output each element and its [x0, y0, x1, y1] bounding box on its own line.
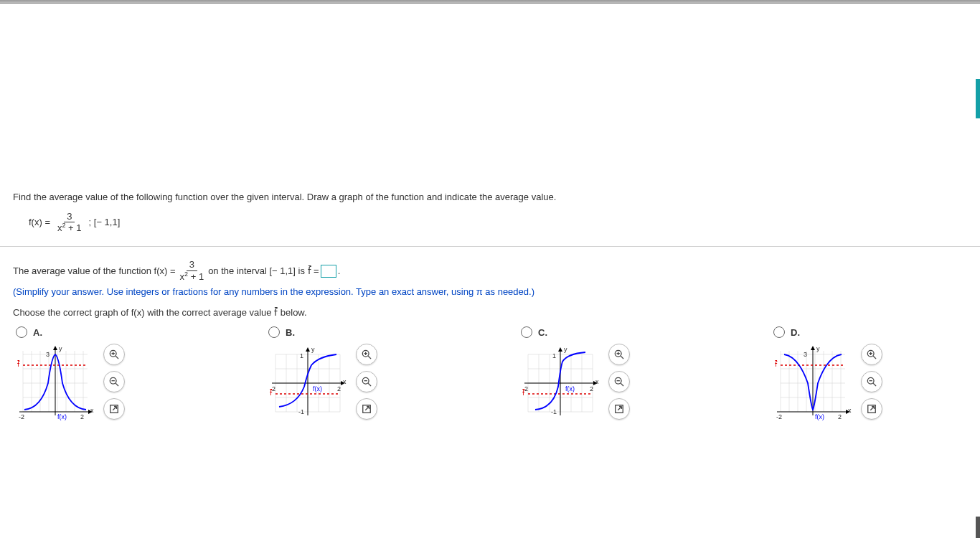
choice-label: B. [286, 327, 295, 338]
zoom-out-icon[interactable] [608, 371, 630, 392]
svg-line-48 [368, 384, 371, 387]
fx-label: f(x) = [29, 217, 50, 227]
choice-c: C. y [521, 326, 630, 423]
zoom-out-icon[interactable] [356, 371, 377, 392]
choice-label: A. [33, 327, 42, 338]
radio-c[interactable] [521, 326, 532, 338]
choice-b: B. y [268, 326, 377, 423]
zoom-in-icon[interactable] [608, 344, 630, 365]
expand-icon[interactable] [356, 398, 377, 420]
fraction: 3 x2 + 1 [55, 212, 85, 234]
choice-label: D. [791, 327, 800, 338]
simplify-instruction: (Simplify your answer. Use integers or f… [13, 286, 967, 297]
scroll-indicator [976, 79, 980, 118]
expand-icon[interactable] [103, 398, 125, 420]
zoom-in-icon[interactable] [861, 344, 882, 365]
answer-input[interactable] [321, 265, 336, 278]
svg-line-99 [873, 384, 876, 387]
radio-a[interactable] [16, 326, 27, 338]
zoom-out-icon[interactable] [103, 371, 125, 392]
interval: ; [− 1,1] [89, 217, 121, 227]
function-formula: f(x) = 3 x2 + 1 ; [− 1,1] [29, 212, 967, 234]
choice-d: D. y [773, 326, 882, 423]
radio-b[interactable] [268, 326, 280, 338]
svg-line-95 [873, 357, 876, 359]
graph-choice-prompt: Choose the correct graph of f(x) with th… [13, 307, 967, 318]
expand-icon[interactable] [861, 398, 882, 420]
denominator: x2 + 1 [55, 222, 85, 234]
question-text: Find the average value of the following … [13, 190, 967, 204]
svg-marker-39 [306, 347, 310, 352]
choice-a: A. y [16, 326, 125, 423]
graph-d[interactable]: y x 3 -2 2 f(x) f̄ [773, 344, 852, 423]
svg-line-44 [368, 357, 371, 359]
svg-line-23 [116, 384, 118, 387]
numerator: 3 [64, 212, 75, 222]
graph-a[interactable]: y x 3 -2 2 f(x) f̄ [16, 344, 95, 423]
radio-d[interactable] [773, 326, 785, 338]
graph-b[interactable]: y x 1 -2 2 -1 f(x) f̄ [268, 344, 347, 423]
graph-c[interactable]: y x 1 -2 2 -1 f(x) f̄ [521, 344, 600, 423]
choice-row: A. y [13, 326, 967, 423]
expand-icon[interactable] [608, 398, 630, 420]
svg-line-73 [621, 384, 623, 387]
zoom-in-icon[interactable] [103, 344, 125, 365]
section-divider [0, 246, 980, 247]
zoom-in-icon[interactable] [356, 344, 377, 365]
zoom-out-icon[interactable] [861, 371, 882, 392]
fraction-inline: 3 x2 + 1 [177, 260, 207, 282]
svg-marker-90 [811, 346, 815, 350]
svg-marker-64 [558, 347, 562, 352]
svg-line-19 [116, 357, 118, 359]
answer-sentence: The average value of the function f(x) =… [13, 260, 967, 282]
choice-label: C. [538, 327, 547, 338]
svg-line-69 [621, 357, 623, 359]
svg-marker-14 [53, 346, 57, 350]
